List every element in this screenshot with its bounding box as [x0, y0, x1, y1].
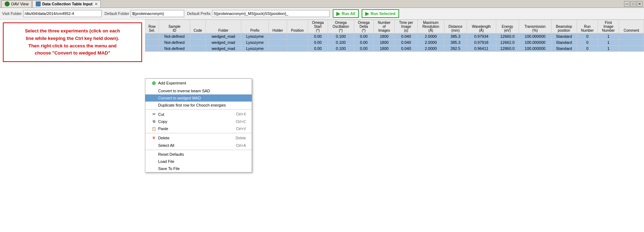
col-header-row-sel: RowSel.: [145, 20, 159, 33]
tab-dc-close[interactable]: ✕: [95, 2, 97, 6]
default-folder-input[interactable]: [131, 10, 184, 17]
table-row[interactable]: Not-definedwedged_madLysozyme0.000.1000.…: [145, 33, 644, 40]
ctx-item-delete[interactable]: ✕DeleteDelete: [145, 134, 252, 142]
ctx-icon-paste: 📋: [151, 127, 157, 131]
ctx-item-left-delete: ✕Delete: [151, 135, 170, 140]
visit-folder-input[interactable]: [23, 10, 102, 17]
cell-code: [190, 46, 206, 52]
ctx-item-load_file[interactable]: Load File: [145, 158, 252, 165]
ctx-item-left-paste: 📋Paste: [151, 127, 168, 131]
cell-row_sel: [145, 46, 159, 52]
ctx-item-left-load_file: Load File: [151, 159, 174, 164]
ctx-item-reset_defaults[interactable]: Reset Defaults: [145, 151, 252, 158]
ctx-item-copy[interactable]: ⧉CopyCtrl+C: [145, 118, 252, 125]
cell-folder: wedged_mad: [206, 46, 241, 52]
col-header-comment: Comment: [619, 20, 644, 33]
default-folder-label: Default Folder: [105, 11, 129, 16]
cell-transmission: 100.000000: [519, 33, 551, 40]
cell-wavelength: 0.97918: [467, 40, 496, 46]
maximize-button[interactable]: □: [630, 1, 636, 7]
cell-beamstop_pos: Standard: [551, 33, 577, 40]
cell-position: [287, 33, 308, 40]
ctx-shortcut-select_all: Ctrl+A: [236, 144, 246, 148]
run-selected-arrow: ▶: [365, 11, 369, 16]
ctx-item-left-convert_wedged_mad: Convert to wedged MAD: [151, 96, 201, 100]
ctx-item-convert_inverse_sad[interactable]: Convert to inverse beam SAD: [145, 87, 252, 94]
default-prefix-input[interactable]: [212, 10, 330, 17]
cell-max_resolution: 2.0000: [417, 46, 444, 52]
cell-run_number: 0: [577, 33, 598, 40]
ctx-item-left-save_to_file: Save To File: [151, 166, 180, 171]
ctx-label-load_file: Load File: [158, 159, 174, 164]
cell-energy: 12860.0: [496, 46, 519, 52]
ctx-item-duplicate_chooch[interactable]: Duplicate first row for Chooch energies: [145, 102, 252, 109]
run-all-button[interactable]: ▶ Run All: [333, 9, 359, 18]
cell-prefix: Lysozyme: [241, 33, 268, 40]
ctx-icon-delete: ✕: [151, 135, 157, 140]
visit-folder-group: Visit Folder: [2, 10, 102, 17]
cell-folder: wedged_mad: [206, 40, 241, 46]
tab-oav[interactable]: OAV View: [1, 0, 32, 7]
cell-time_per_image: 0.040: [395, 33, 418, 40]
cell-num_images: 1800: [374, 46, 395, 52]
default-prefix-label: Default Prefix: [187, 11, 211, 16]
cell-time_per_image: 0.040: [395, 40, 418, 46]
ctx-item-left-convert_inverse_sad: Convert to inverse beam SAD: [151, 89, 210, 93]
cell-holder: [269, 40, 287, 46]
cell-time_per_image: 0.040: [395, 46, 418, 52]
col-header-prefix: Prefix: [241, 20, 268, 33]
close-button[interactable]: ✕: [637, 1, 643, 7]
ctx-item-left-select_all: Select All: [151, 143, 174, 148]
instruction-text: Select the three experiments (click on e…: [25, 28, 120, 56]
ctx-label-duplicate_chooch: Duplicate first row for Chooch energies: [158, 103, 226, 107]
cell-prefix: Lysozyme: [241, 40, 268, 46]
cell-holder: [269, 33, 287, 40]
table-row[interactable]: Not-definedwedged_madLysozyme0.000.1000.…: [145, 40, 644, 46]
col-header-code: Code: [190, 20, 206, 33]
run-all-label: Run All: [342, 11, 355, 16]
col-header-distance: Distance(mm): [444, 20, 467, 33]
tab-oav-label: OAV View: [11, 2, 29, 6]
oav-icon: [5, 1, 10, 6]
ctx-item-select_all[interactable]: Select AllCtrl+A: [145, 142, 252, 149]
tab-dc-label: Data Collection Table Input: [42, 2, 92, 6]
ctx-item-left-reset_defaults: Reset Defaults: [151, 152, 184, 156]
col-header-wavelength: Wavelength(Å): [467, 20, 496, 33]
ctx-item-paste[interactable]: 📋PasteCtrl+V: [145, 125, 252, 132]
ctx-item-add_experiment[interactable]: ⊕Add Experiment: [145, 79, 252, 87]
cell-beamstop_pos: Standard: [551, 46, 577, 52]
cell-omega_osc: 0.100: [328, 33, 354, 40]
cell-omega_start: 0.00: [308, 46, 328, 52]
table-area: RowSel. SampleID Code Folder Prefix Hold…: [145, 20, 644, 232]
ctx-label-convert_inverse_sad: Convert to inverse beam SAD: [158, 89, 210, 93]
run-selected-label: Run Selected: [371, 11, 396, 16]
ctx-item-save_to_file[interactable]: Save To File: [145, 165, 252, 172]
instruction-box: Select the three experiments (click on e…: [3, 22, 142, 62]
col-header-num-images: NumberofImages: [374, 20, 395, 33]
run-selected-button[interactable]: ▶ Run Selected: [362, 9, 399, 18]
context-menu: ⊕Add ExperimentConvert to inverse beam S…: [145, 78, 252, 172]
ctx-item-cut[interactable]: ✂CutCtrl+X: [145, 110, 252, 118]
ctx-item-left-cut: ✂Cut: [151, 112, 164, 117]
col-header-folder: Folder: [206, 20, 241, 33]
tab-dc[interactable]: Data Collection Table Input ✕: [32, 0, 101, 7]
cell-energy: 12660.0: [496, 33, 519, 40]
minimize-button[interactable]: —: [624, 1, 630, 7]
cell-transmission: 100.000000: [519, 40, 551, 46]
ctx-shortcut-copy: Ctrl+C: [236, 120, 246, 124]
table-row[interactable]: Not-definedwedged_madLysozyme0.000.1000.…: [145, 46, 644, 52]
cell-position: [287, 46, 308, 52]
ctx-separator: [145, 133, 252, 133]
ctx-shortcut-cut: Ctrl+X: [236, 112, 246, 116]
col-header-omega-start: OmegaStart(*): [308, 20, 328, 33]
cell-sample_id: Not-defined: [159, 33, 190, 40]
ctx-shortcut-paste: Ctrl+V: [236, 127, 246, 131]
cell-run_number: 0: [577, 40, 598, 46]
ctx-label-reset_defaults: Reset Defaults: [158, 152, 184, 156]
col-header-energy: Energy(eV): [496, 20, 519, 33]
cell-sample_id: Not-defined: [159, 40, 190, 46]
ctx-item-convert_wedged_mad[interactable]: Convert to wedged MAD: [145, 94, 252, 102]
cell-omega_start: 0.00: [308, 33, 328, 40]
col-header-sample-id: SampleID: [159, 20, 190, 33]
cell-holder: [269, 46, 287, 52]
